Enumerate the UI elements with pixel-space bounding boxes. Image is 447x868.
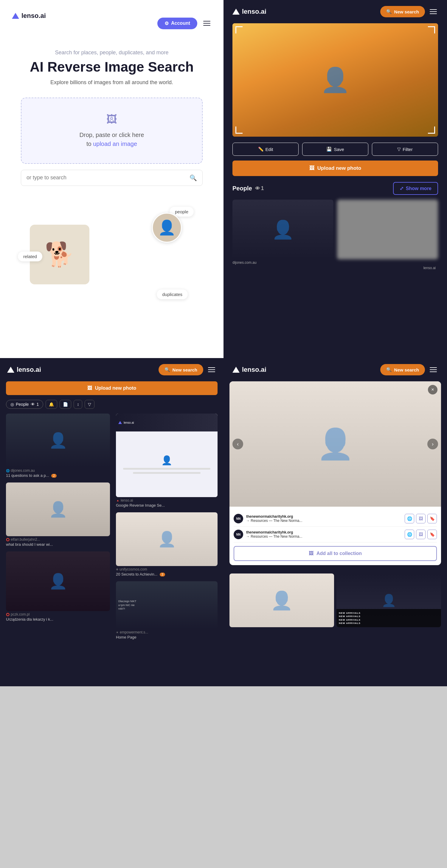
source-text-1: thenewnormalcharityhk.org → Resources — … <box>246 515 303 523</box>
menu-icon <box>430 367 437 368</box>
filter-filter[interactable]: ▽ <box>84 400 95 409</box>
menu-button[interactable] <box>207 366 216 373</box>
upload-link[interactable]: upload an image <box>93 141 137 147</box>
menu-icon <box>430 11 437 12</box>
search-input[interactable] <box>27 175 190 181</box>
card-title-6: Home Page <box>116 635 217 640</box>
prev-image-button[interactable]: ‹ <box>233 439 243 450</box>
duplicates-tag[interactable]: duplicates <box>157 289 188 299</box>
result-img-placeholder-1: 👤 <box>233 199 334 259</box>
next-image-button[interactable]: › <box>427 439 438 450</box>
account-button[interactable]: ⚙ Account <box>157 18 197 29</box>
show-more-button[interactable]: ⤢ Show more <box>393 182 438 195</box>
edit-button[interactable]: ✏️ Edit <box>233 143 299 156</box>
related-tag[interactable]: related <box>18 251 42 261</box>
main-result-image: 👤 <box>230 381 441 507</box>
card-5[interactable]: 👤 ⭕ pczk.com.pl Urządzenia dla lekarzy i… <box>6 551 110 622</box>
source-info-2: NN thenewnormalcharityhk.org → Resources… <box>234 530 303 539</box>
logo-text: lenso.ai <box>242 366 266 374</box>
new-search-button[interactable]: 🔍 New search <box>380 364 425 375</box>
people-filter-tag[interactable]: ◎ People 👁 1 <box>6 400 43 409</box>
bookmark-button-2[interactable]: 🔖 <box>427 530 437 539</box>
card-badge-4: 3 <box>160 572 165 577</box>
dog-icon: 🐕 <box>45 243 74 267</box>
source-actions-1: 🌐 🖼 🔖 <box>405 514 437 523</box>
card-source-4: ❄ unifycosmos.com <box>116 567 217 571</box>
card-4[interactable]: 👤 ❄ unifycosmos.com 20 Secrets to Achiev… <box>116 512 217 577</box>
card-title-4: 20 Secrets to Achievin... 3 <box>116 572 217 577</box>
left-column: 👤 🌐 dijones.com.au 11 questions to ask a… <box>6 413 110 644</box>
results-grid: 👤 dijones.com.au <box>233 199 438 265</box>
card-source-1: 🌐 dijones.com.au <box>6 468 110 473</box>
globe-button-2[interactable]: 🌐 <box>405 530 414 539</box>
sort-filter[interactable]: ↕ <box>74 400 82 409</box>
image-button-2[interactable]: 🖼 <box>416 530 425 539</box>
upload-icon: 🖼 <box>30 113 193 126</box>
menu-icon <box>430 9 437 10</box>
nav: ⚙ Account <box>157 18 212 29</box>
bracket-br <box>428 126 435 134</box>
filter-row: ◎ People 👁 1 🔔 📄 ↕ ▽ <box>0 400 224 409</box>
card-6[interactable]: Dlaczego NIKTa tym NIC nierobi?! ☀ empow… <box>116 581 217 640</box>
account-icon: ⚙ <box>165 21 169 26</box>
menu-icon <box>430 371 437 372</box>
new-search-button[interactable]: 🔍 New search <box>159 364 203 375</box>
globe-button-1[interactable]: 🌐 <box>405 514 414 523</box>
card-title-2: Google Reverse Image Se... <box>116 503 217 507</box>
card-title-3: what bra should I wear wi... <box>6 542 110 547</box>
filter-button[interactable]: ▽ Filter <box>372 143 438 156</box>
edit-icon: ✏️ <box>258 147 264 152</box>
menu-button[interactable] <box>428 366 438 373</box>
results-section: People 👁 1 ⤢ Show more 👤 <box>224 182 447 270</box>
br-logo: lenso.ai <box>233 366 266 374</box>
results-header: People 👁 1 ⤢ Show more <box>233 182 438 195</box>
bracket-tl <box>235 26 243 33</box>
bottom-left-panel: lenso.ai 🔍 New search 🖼 Upload new photo <box>0 358 224 686</box>
filter-icon: ▽ <box>397 147 401 152</box>
source-entry-1: NN thenewnormalcharityhk.org → Resources… <box>234 511 437 527</box>
image-source-1: dijones.com.au <box>233 260 334 265</box>
eye-icon: 👁 <box>31 402 35 407</box>
mini-logo <box>118 421 122 424</box>
logo-text: lenso.ai <box>22 12 46 20</box>
result-image-1[interactable]: 👤 dijones.com.au <box>233 199 334 265</box>
search-icon: 🔍 <box>386 9 392 14</box>
modal-close-button[interactable]: × <box>428 385 438 395</box>
logo: lenso.ai <box>12 12 46 20</box>
save-button[interactable]: 💾 Save <box>302 143 368 156</box>
bookmark-button-1[interactable]: 🔖 <box>427 514 437 523</box>
logo-text: lenso.ai <box>242 8 266 16</box>
add-collection-button[interactable]: 🖼 Add all to collection <box>234 546 437 561</box>
card-source-3: ⭕ elfarr.bullerjahn2... <box>6 537 110 541</box>
bracket-tr <box>428 26 435 33</box>
top-right-panel: lenso.ai 🔍 New search <box>224 0 447 358</box>
br-header: lenso.ai 🔍 New search <box>224 358 447 381</box>
upload-dropzone[interactable]: 🖼 Drop, paste or click here to upload an… <box>21 98 203 164</box>
card-2[interactable]: lenso.ai 👤 🔺 lenso.ai Google Reverse Ima… <box>116 413 217 507</box>
new-search-button[interactable]: 🔍 New search <box>380 6 425 17</box>
bottom-image-2[interactable]: 👤 NEW ARRIVALSNEW ARRIVALSNEW ARRIVALSNE… <box>337 574 441 627</box>
doc-filter[interactable]: 📄 <box>60 400 71 409</box>
upload-bar-button[interactable]: 🖼 Upload new photo <box>6 381 217 395</box>
menu-button[interactable] <box>202 20 212 27</box>
image-button-1[interactable]: 🖼 <box>416 514 425 523</box>
notification-filter[interactable]: 🔔 <box>45 400 57 409</box>
action-buttons: ✏️ Edit 💾 Save ▽ Filter <box>224 143 447 156</box>
search-image-container: 👤 <box>224 23 447 137</box>
image-source-2: lenso.ai <box>233 266 438 270</box>
upload-new-button[interactable]: 🖼 Upload new photo <box>233 160 438 176</box>
image-detail-modal: × 👤 ‹ › NN thenewnormalcharity <box>230 381 441 565</box>
result-image-2-blurred[interactable] <box>337 199 438 259</box>
card-source-2: 🔺 lenso.ai <box>116 498 217 502</box>
card-1[interactable]: 👤 🌐 dijones.com.au 11 questions to ask a… <box>6 413 110 478</box>
bracket-bl <box>235 126 243 134</box>
menu-icon <box>208 371 215 372</box>
bottom-image-1[interactable]: 👤 <box>230 574 334 627</box>
menu-button[interactable] <box>428 8 438 15</box>
search-button[interactable]: 🔍 <box>190 174 197 181</box>
card-source-6: ☀ empowerment.s... <box>116 630 217 634</box>
tr-logo: lenso.ai <box>233 8 266 16</box>
card-3[interactable]: 👤 ⭕ elfarr.bullerjahn2... what bra shoul… <box>6 483 110 547</box>
expand-icon: ⤢ <box>400 186 404 191</box>
results-label: People 👁 1 <box>233 185 264 192</box>
